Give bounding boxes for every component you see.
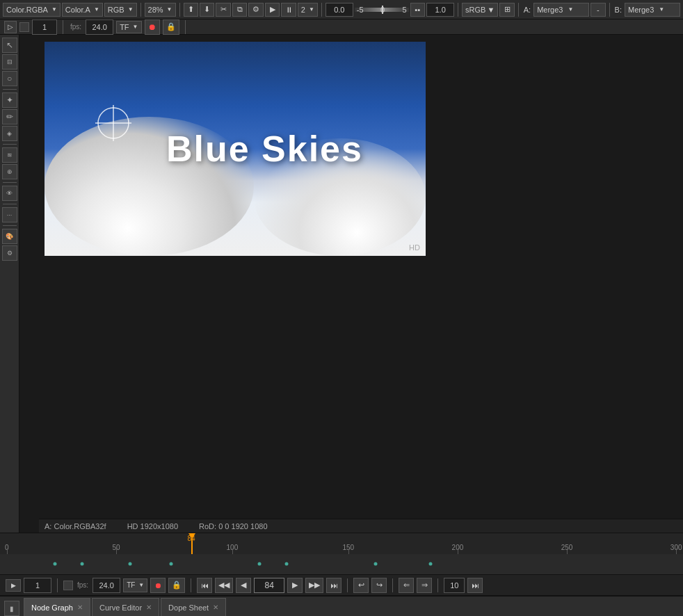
srgb-toggle[interactable]: sRGB ▼ — [462, 3, 498, 17]
left-toolbar: ↖ ⊟ ○ ✦ ✏ ◈ ≋ ⊕ 👁 ··· 🎨 ⚙ — [0, 35, 19, 533]
circle-tool[interactable]: ○ — [2, 71, 17, 86]
viewer-a-dropdown[interactable]: Merge3 — [533, 3, 589, 17]
color-mode-dropdown[interactable]: Color.RGBA — [3, 3, 61, 17]
color-picker-tool[interactable]: 🎨 — [2, 229, 17, 244]
blur-tool[interactable]: ≋ — [2, 147, 17, 163]
tab-node-graph-close[interactable]: ✕ — [77, 603, 83, 611]
frame-input[interactable] — [326, 3, 353, 17]
sep7 — [63, 20, 63, 34]
lock-btn-ctrl[interactable]: 🔒 — [168, 578, 185, 593]
prev-frame-btn[interactable]: ◀ — [236, 578, 251, 593]
settings-tool[interactable]: ⚙ — [2, 245, 17, 261]
channel-dropdown[interactable]: Color.A — [62, 3, 103, 17]
eraser-tool[interactable]: ◈ — [2, 126, 17, 141]
star-tool[interactable]: ✦ — [2, 92, 17, 108]
next-frame-btn[interactable]: ▶▶ — [305, 578, 323, 593]
gain-input[interactable] — [426, 3, 454, 17]
colorspace-dropdown[interactable]: RGB — [104, 3, 137, 17]
ruler-line-300 — [676, 549, 677, 554]
tab-node-graph[interactable]: Node Graph ✕ — [24, 598, 90, 616]
playback-controls: ▶ fps: TF ⏺ 🔒 ⏮ ◀◀ ◀ 84 ▶ ▶▶ ⏭ ↩ ↪ ⇐ ⇒ ⏭ — [0, 574, 683, 595]
tf-dropdown[interactable]: TF — [116, 21, 141, 33]
cut-icon[interactable]: ✂ — [216, 3, 230, 17]
tool-sep1 — [3, 89, 17, 90]
tf-control[interactable]: TF — [123, 578, 147, 592]
track-dot-8 — [428, 562, 432, 566]
track-dot-1 — [53, 562, 56, 566]
roi-icon[interactable]: ⊞ — [499, 3, 514, 17]
track-dot-4 — [169, 562, 172, 566]
save-icon[interactable]: ⬇ — [200, 3, 214, 17]
fps-checkbox[interactable] — [63, 581, 73, 590]
pc-sep1 — [57, 578, 58, 592]
timeline-playhead[interactable]: 84 — [191, 533, 193, 554]
play-btn[interactable]: ▶ — [287, 578, 303, 593]
sep6 — [609, 3, 610, 17]
go-end-btn[interactable]: ⏭ — [326, 578, 342, 593]
track-dot-5 — [258, 562, 262, 566]
paint-tool[interactable]: ✏ — [2, 109, 17, 124]
bounce1-btn[interactable]: ⇐ — [399, 578, 414, 593]
wipe-tool[interactable]: ⊟ — [2, 54, 17, 70]
record-btn-ctrl[interactable]: ⏺ — [150, 578, 166, 593]
tab-dope-sheet-close[interactable]: ✕ — [213, 603, 218, 611]
copy-icon[interactable]: ⧉ — [232, 3, 247, 17]
loop2-btn[interactable]: ↪ — [371, 578, 387, 593]
bounce2-btn[interactable]: ⇒ — [417, 578, 432, 593]
track-dot-2 — [80, 562, 83, 566]
top-toolbar: Color.RGBA Color.A RGB 28% ⬆ ⬇ ✂ ⧉ ⚙ ▶ ⏸… — [0, 0, 683, 19]
pc-sep3 — [347, 578, 348, 592]
tool-sep4 — [3, 204, 17, 204]
pause-icon[interactable]: ⏸ — [281, 3, 296, 17]
clamp-icon[interactable]: ▪▪ — [410, 3, 425, 17]
viewer-tool[interactable]: 👁 — [2, 186, 17, 201]
pc-sep5 — [437, 578, 438, 592]
pc-sep2 — [191, 578, 191, 592]
tool-sep2 — [3, 144, 17, 145]
panel-tabs: ▮ Node Graph ✕ Curve Editor ✕ Dope Sheet… — [0, 595, 683, 616]
tool-sep3 — [3, 182, 17, 183]
timeline-ruler[interactable]: 0 50 100 150 200 250 300 84 — [0, 533, 683, 554]
fps-control[interactable] — [93, 578, 120, 593]
viewer-mode-btn[interactable]: ▶ — [6, 579, 21, 592]
viewer-a-icon[interactable]: - — [590, 3, 605, 17]
number-dropdown[interactable]: 2 — [298, 3, 318, 17]
load-icon[interactable]: ⬆ — [184, 3, 198, 17]
sep4 — [458, 3, 458, 17]
ruler-line-250 — [567, 549, 568, 554]
tab-dope-sheet[interactable]: Dope Sheet ✕ — [161, 598, 226, 616]
settings-icon[interactable]: ⚙ — [248, 3, 263, 17]
play-icon[interactable]: ▶ — [265, 3, 280, 17]
step-input[interactable] — [444, 578, 465, 593]
record-btn[interactable]: ⏺ — [145, 19, 160, 35]
timeline-track[interactable] — [0, 554, 683, 574]
panel-collapse-btn[interactable]: ▮ — [4, 601, 19, 616]
start-frame-input[interactable] — [32, 19, 57, 35]
frame-number: 84 — [187, 535, 195, 542]
viewer-b-label: B: — [613, 6, 623, 14]
prev-keyframe-btn[interactable]: ◀◀ — [215, 578, 233, 593]
tab-curve-editor-close[interactable]: ✕ — [146, 603, 152, 611]
gain-slider[interactable]: -5 0 5 — [355, 8, 409, 12]
step-btn[interactable]: ⏭ — [467, 578, 483, 593]
cursor-tool[interactable]: ↖ — [2, 38, 17, 53]
loop1-btn[interactable]: ↩ — [353, 578, 369, 593]
viewer-checkbox[interactable] — [19, 22, 29, 32]
pc-sep4 — [392, 578, 393, 592]
zoom-dropdown[interactable]: 28% — [145, 3, 176, 17]
crosshair-svg — [95, 105, 131, 141]
current-frame-display[interactable]: 84 — [254, 578, 284, 593]
viewer-b-dropdown[interactable]: Merge3 — [625, 3, 680, 17]
sep1 — [140, 3, 141, 17]
ruler-line-100 — [232, 549, 233, 554]
transform-tool[interactable]: ⊕ — [2, 164, 17, 179]
fps-input[interactable] — [86, 19, 113, 35]
start-frame-control[interactable] — [24, 578, 51, 593]
viewer-toggle-icon[interactable]: ▷ — [4, 21, 17, 33]
lock-btn[interactable]: 🔒 — [163, 19, 179, 35]
go-start-btn[interactable]: ⏮ — [197, 578, 212, 593]
more-tools[interactable]: ··· — [2, 207, 17, 222]
tool-sep5 — [3, 225, 17, 226]
playhead-triangle — [188, 533, 195, 539]
tab-curve-editor[interactable]: Curve Editor ✕ — [92, 598, 159, 616]
